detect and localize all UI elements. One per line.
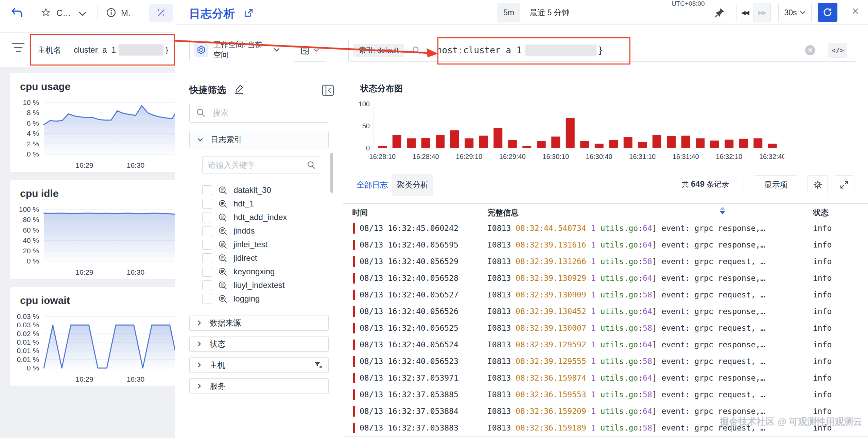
index-item-keyongxing[interactable]: keyongxing: [202, 265, 275, 278]
accordion-主机[interactable]: 主机: [189, 357, 329, 373]
index-item-hdt_1[interactable]: hdt_1: [202, 197, 254, 211]
index-item-jindds[interactable]: jindds: [202, 224, 255, 238]
column-status[interactable]: 状态: [813, 207, 829, 218]
row-time: 08/13 16:32:45.060242: [360, 224, 458, 233]
log-index-section-header[interactable]: 日志索引: [189, 131, 329, 148]
index-checkbox[interactable]: [202, 185, 212, 195]
table-row[interactable]: 08/13 16:32:40.056529I0813 08:32:39.1312…: [343, 253, 868, 270]
index-checkbox[interactable]: [202, 199, 212, 209]
info-icon[interactable]: [106, 7, 116, 18]
svg-text:0 %: 0 %: [27, 364, 39, 372]
chevron-down-icon[interactable]: [78, 11, 87, 17]
monitor-label[interactable]: M.: [121, 8, 131, 18]
svg-text:16:29:10: 16:29:10: [456, 153, 482, 160]
index-item-jinlei_test[interactable]: jinlei_test: [202, 238, 267, 251]
scrollbar-thumb[interactable]: [330, 153, 333, 193]
clear-query-icon[interactable]: ✕: [805, 45, 815, 55]
index-item-hdt_add_index[interactable]: hdt_add_index: [202, 211, 287, 224]
workspace-label: 工作空间: 当前空间: [213, 40, 268, 60]
index-checkbox[interactable]: [202, 294, 212, 304]
tab-all-logs[interactable]: 全部日志: [352, 174, 393, 195]
quick-filter-search[interactable]: 搜索: [189, 103, 329, 123]
index-checkbox[interactable]: [202, 213, 212, 222]
log-search-input[interactable]: 索引: default host:cluster_a_1} ✕ </>: [348, 39, 857, 62]
accordion-服务[interactable]: 服务: [189, 378, 329, 394]
time-step-forward-button[interactable]: ▶▶: [754, 3, 771, 22]
table-row[interactable]: 08/13 16:32:40.056528I0813 08:32:39.1309…: [343, 270, 868, 287]
edit-pencil-icon[interactable]: [234, 84, 244, 94]
pin-icon[interactable]: [715, 7, 725, 18]
index-chip[interactable]: 索引: default: [353, 44, 404, 57]
status-color-bar: [353, 256, 355, 267]
table-row[interactable]: 08/13 16:32:40.056525I0813 08:32:39.1300…: [343, 320, 868, 337]
collapse-panel-icon[interactable]: [322, 84, 334, 96]
refresh-button[interactable]: [818, 3, 837, 22]
row-status: info: [813, 307, 832, 316]
time-step-back-button[interactable]: ◀◀: [736, 3, 754, 22]
filter-funnel-icon[interactable]: [313, 361, 322, 369]
index-item-jldirect[interactable]: jldirect: [202, 251, 257, 265]
host-filter-label: 主机名: [31, 40, 68, 59]
svg-text:0 %: 0 %: [27, 150, 39, 158]
index-checkbox[interactable]: [202, 253, 212, 263]
svg-text:16:29:40: 16:29:40: [499, 153, 526, 160]
filter-lines-icon[interactable]: [12, 40, 25, 55]
view-mode-dropdown[interactable]: [293, 39, 326, 62]
index-item-logging[interactable]: logging: [202, 292, 260, 306]
cpu-idle-card: cpu idle 100 %80 %60 %40 %20 %0 %16:2916…: [10, 180, 175, 279]
table-row[interactable]: 08/13 16:32:40.056526I0813 08:32:39.1304…: [343, 303, 868, 320]
index-checkbox[interactable]: [202, 267, 212, 277]
time-preset-chip[interactable]: 5m: [498, 3, 520, 22]
index-checkbox[interactable]: [202, 226, 212, 236]
index-item-liuyl_indextest[interactable]: liuyl_indextest: [202, 278, 285, 292]
status-distribution-chart: 10050016:28:1016:28:4016:29:1016:29:4016…: [353, 101, 784, 166]
column-time[interactable]: 时间: [352, 207, 368, 218]
table-row[interactable]: 08/13 16:32:40.056595I0813 08:32:39.1316…: [343, 237, 868, 254]
table-row[interactable]: 08/13 16:32:45.060242I0813 08:32:44.5407…: [343, 220, 868, 237]
index-item-datakit_30[interactable]: datakit_30: [202, 183, 271, 197]
refresh-interval-dropdown[interactable]: 30s: [778, 3, 812, 22]
chevron-right-icon: [197, 320, 202, 326]
dashboard-name[interactable]: C…: [56, 8, 71, 18]
host-filter-annotated[interactable]: 主机名 cluster_a_1 }: [30, 34, 175, 66]
settings-gear-button[interactable]: [808, 175, 828, 194]
query-text[interactable]: host:cluster_a_1}: [437, 44, 603, 56]
tab-cluster-analysis[interactable]: 聚类分析: [392, 174, 433, 196]
status-color-bar: [353, 340, 355, 350]
display-items-button[interactable]: 显示项: [754, 175, 798, 194]
close-icon[interactable]: ×: [852, 4, 859, 18]
workspace-dropdown[interactable]: 工作空间: 当前空间: [189, 39, 285, 61]
gear-icon: [813, 180, 822, 189]
table-row[interactable]: 08/13 16:32:40.056527I0813 08:32:39.1309…: [343, 287, 868, 304]
index-icon: [218, 240, 227, 249]
index-label: logging: [233, 294, 260, 304]
external-link-icon[interactable]: [243, 8, 254, 18]
magic-wand-button[interactable]: [149, 4, 173, 22]
magic-wand-icon: [156, 7, 167, 18]
row-message: I0813 08:32:39.130929 1 utils.go:64] eve…: [487, 274, 803, 282]
accordion-数据来源[interactable]: 数据来源: [189, 315, 329, 331]
column-message[interactable]: 完整信息: [487, 207, 519, 218]
fullscreen-expand-button[interactable]: [834, 175, 854, 194]
index-checkbox[interactable]: [202, 240, 212, 250]
redacted-value-blur: [119, 44, 163, 56]
table-row[interactable]: 08/13 16:32:40.056524I0813 08:32:39.1295…: [343, 336, 868, 353]
svg-text:16:30:40: 16:30:40: [586, 153, 612, 160]
status-color-bar: [353, 406, 355, 417]
undo-back-icon[interactable]: [11, 7, 23, 18]
index-checkbox[interactable]: [202, 280, 212, 290]
host-filter-value[interactable]: cluster_a_1 }: [74, 44, 168, 56]
sort-asc-icon: [720, 207, 725, 210]
code-mode-button[interactable]: </>: [828, 43, 847, 58]
sort-toggle[interactable]: [720, 207, 725, 214]
star-favorite-icon[interactable]: [41, 7, 51, 18]
accordion-状态[interactable]: 状态: [189, 336, 329, 352]
redacted-query-blur: [525, 44, 596, 56]
table-row[interactable]: 08/13 16:32:37.053971I0813 08:32:36.1598…: [343, 370, 868, 387]
table-row[interactable]: 08/13 16:32:40.056523I0813 08:32:39.1295…: [343, 353, 868, 370]
svg-text:16:30: 16:30: [127, 375, 145, 383]
keyword-input[interactable]: 请输入关键字: [202, 156, 321, 174]
svg-text:0.01 %: 0.01 %: [17, 347, 39, 354]
svg-text:8 %: 8 %: [27, 109, 39, 116]
table-row[interactable]: 08/13 16:32:37.053885I0813 08:32:36.1595…: [343, 386, 868, 403]
